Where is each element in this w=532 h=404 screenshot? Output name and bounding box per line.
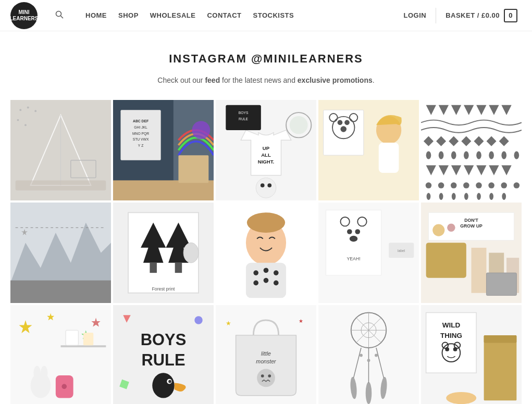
instagram-photo-7[interactable]: Forest print [113, 203, 214, 303]
svg-point-194 [446, 392, 476, 404]
svg-point-181 [367, 359, 370, 362]
svg-text:ABC DEF: ABC DEF [133, 119, 149, 123]
svg-text:Forest print: Forest print [152, 286, 175, 292]
svg-text:BOYS: BOYS [141, 331, 187, 349]
svg-text:WILD: WILD [442, 321, 461, 329]
instagram-photo-8[interactable] [216, 203, 316, 303]
svg-rect-116 [326, 210, 381, 275]
svg-point-121 [355, 229, 360, 234]
basket-button[interactable]: BASKET / £0.00 0 [441, 7, 522, 24]
svg-text:Y Z: Y Z [138, 144, 143, 147]
svg-point-76 [438, 182, 444, 188]
logo[interactable]: MINI LEARNERS [10, 2, 38, 29]
svg-point-89 [502, 193, 506, 200]
svg-point-81 [501, 182, 507, 188]
svg-text:monster: monster [256, 358, 276, 364]
svg-point-80 [488, 182, 494, 188]
svg-point-83 [427, 193, 431, 200]
svg-point-163 [261, 374, 264, 377]
svg-rect-142 [61, 345, 106, 347]
svg-text:★: ★ [299, 318, 303, 324]
instagram-photo-2[interactable]: ABC DEF GHI JKL MNO PQR STU VWX Y Z [113, 100, 214, 200]
svg-text:UP: UP [263, 146, 270, 152]
svg-rect-192 [484, 335, 517, 400]
instagram-photo-9[interactable]: YEAH! label [318, 203, 419, 303]
svg-point-42 [340, 126, 347, 132]
svg-point-28 [261, 183, 265, 187]
nav-item-shop[interactable]: SHOP [114, 9, 143, 21]
svg-text:THING: THING [440, 332, 462, 339]
instagram-photo-1[interactable] [10, 100, 111, 200]
svg-rect-11 [16, 180, 106, 190]
main-content: INSTAGRAM @MINILEARNERS Check out our fe… [0, 31, 532, 404]
svg-point-86 [464, 193, 468, 200]
instagram-photo-14[interactable] [318, 305, 419, 404]
svg-text:★: ★ [226, 320, 231, 326]
svg-rect-37 [379, 143, 399, 173]
svg-point-155 [168, 380, 171, 383]
svg-text:RULE: RULE [239, 117, 249, 121]
main-nav: HOME SHOP WHOLESALE CONTACT STOCKISTS [81, 9, 298, 21]
svg-point-157 [194, 316, 202, 324]
login-button[interactable]: LOGIN [400, 9, 431, 21]
instagram-photo-6[interactable] [10, 203, 111, 303]
instagram-photo-12[interactable]: BOYS RULE [113, 305, 214, 404]
svg-point-82 [514, 182, 520, 188]
svg-point-103 [183, 243, 199, 263]
svg-text:ALL: ALL [261, 152, 271, 158]
subtitle-middle: for the latest news and [220, 76, 298, 84]
svg-point-67 [514, 151, 519, 159]
nav-item-home[interactable]: HOME [81, 9, 111, 21]
svg-point-182 [375, 354, 378, 357]
svg-point-147 [41, 366, 48, 380]
svg-point-122 [350, 236, 357, 242]
svg-point-41 [344, 120, 350, 125]
instagram-photo-3[interactable]: UP ALL NIGHT. BOYS RULE [216, 100, 316, 200]
svg-rect-143 [66, 330, 78, 345]
svg-text:STU VWX: STU VWX [133, 137, 149, 141]
svg-point-164 [268, 374, 271, 377]
header: MINI LEARNERS HOME SHOP WHOLESALE CONTAC… [0, 0, 532, 31]
svg-point-112 [253, 281, 258, 286]
svg-rect-102 [175, 263, 182, 273]
svg-point-146 [33, 366, 41, 380]
header-divider [436, 8, 436, 23]
instagram-photo-4[interactable] [318, 100, 419, 200]
subtitle-feed[interactable]: feed [205, 76, 220, 84]
svg-point-110 [264, 268, 269, 273]
instagram-photo-15[interactable]: WILD THING [421, 305, 522, 404]
subtitle-promo[interactable]: exclusive promotions [298, 76, 373, 84]
svg-text:BOYS: BOYS [239, 111, 249, 115]
section-title: INSTAGRAM @MINILEARNERS [10, 52, 522, 66]
instagram-photo-13[interactable]: little monster ★ ★ [216, 305, 316, 404]
instagram-photo-10[interactable]: DON'T GROW UP [421, 203, 522, 303]
svg-point-40 [338, 120, 343, 125]
svg-point-75 [426, 182, 432, 188]
svg-point-149 [61, 384, 67, 389]
svg-point-136 [447, 224, 455, 232]
instagram-photo-11[interactable] [10, 305, 111, 404]
svg-point-162 [257, 369, 275, 387]
svg-point-60 [426, 151, 431, 159]
logo-text: MINI LEARNERS [10, 9, 39, 22]
subtitle-suffix: . [373, 76, 375, 84]
svg-rect-127 [426, 243, 466, 278]
nav-item-wholesale[interactable]: WHOLESALE [146, 9, 200, 21]
svg-point-27 [256, 178, 276, 198]
basket-count: 0 [504, 9, 517, 22]
svg-text:RULE: RULE [141, 351, 185, 369]
svg-rect-134 [486, 273, 516, 295]
svg-point-180 [360, 354, 363, 357]
search-icon[interactable] [53, 8, 66, 23]
nav-item-stockists[interactable]: STOCKISTS [249, 9, 299, 21]
svg-point-34 [290, 116, 308, 134]
svg-rect-22 [178, 155, 208, 183]
svg-text:GROW UP: GROW UP [460, 223, 482, 229]
svg-point-10 [24, 124, 27, 126]
nav-item-contact[interactable]: CONTACT [203, 9, 245, 21]
svg-point-114 [274, 281, 279, 286]
header-left: MINI LEARNERS HOME SHOP WHOLESALE CONTAC… [10, 2, 298, 29]
instagram-photo-5[interactable] [421, 100, 522, 200]
svg-point-88 [489, 193, 493, 200]
svg-rect-128 [472, 248, 487, 293]
